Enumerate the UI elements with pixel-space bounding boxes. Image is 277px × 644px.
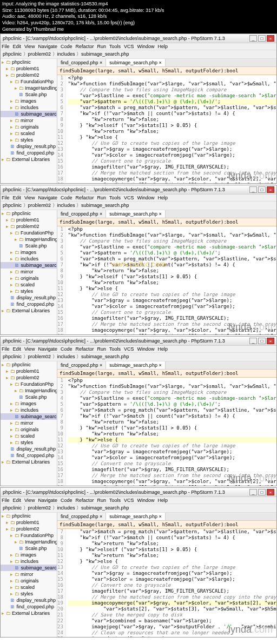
minimize-icon[interactable]: _: [249, 338, 257, 344]
tree-file[interactable]: 🗎 find_cropped.php: [1, 301, 57, 307]
code-line[interactable]: <?php: [68, 378, 276, 384]
menu-item[interactable]: Help: [158, 195, 168, 200]
code-line[interactable]: "var">$match = preg_match("var">$pattern…: [68, 407, 276, 413]
code-line[interactable]: "var">$lastline = exec("compare -metric …: [68, 395, 276, 401]
code-line[interactable]: <?php: [68, 226, 276, 232]
menu-item[interactable]: Code: [61, 195, 72, 200]
tree-file[interactable]: 🗎 subimage_search.php: [1, 565, 57, 571]
menu-item[interactable]: Navigate: [38, 498, 57, 503]
menu-item[interactable]: Refactor: [75, 44, 94, 49]
tree-folder[interactable]: ▸ 🗀 mirror: [1, 117, 57, 124]
tree-folder[interactable]: ▸ 🗀 originals: [1, 578, 57, 584]
tree-file[interactable]: 🗎 find_cropped.php: [1, 603, 57, 610]
maximize-icon[interactable]: □: [258, 338, 266, 344]
tree-folder[interactable]: ▸ 🗀 images: [1, 98, 57, 104]
menu-item[interactable]: Navigate: [38, 346, 57, 352]
title-bar[interactable]: phpclinic - [C:\xampp\htdocs\phpclinic] …: [1, 185, 276, 194]
tree-folder[interactable]: ▸ 🗀 problem01: [1, 368, 57, 374]
code-line[interactable]: // Save the merged copy to disk: [68, 612, 276, 618]
code-line[interactable]: "var">$stats[2], "var">$stats[3], "var">…: [68, 606, 276, 612]
tree-folder[interactable]: ▸ 🗀 scaled: [1, 130, 57, 137]
code-line[interactable]: "var">$stats[2], "var">$stats[3], "var">…: [68, 485, 276, 486]
code-line[interactable]: // Merge the matched section from the se…: [68, 594, 276, 600]
tree-folder[interactable]: ▸ 🗀 problem01: [1, 217, 57, 223]
tree-folder[interactable]: ▸ 🗀 scaled: [1, 281, 57, 288]
tree-folder[interactable]: ▸ 🗀 ImageHandling: [1, 236, 57, 243]
tree-folder[interactable]: ▸ 🗀 problem02: [1, 72, 57, 78]
menu-item[interactable]: Edit: [13, 195, 22, 200]
menu-item[interactable]: File: [2, 498, 10, 503]
menu-item[interactable]: Navigate: [38, 195, 57, 200]
code-line[interactable]: "kw">function findSubImage("var">$large,…: [68, 232, 276, 238]
code-line[interactable]: "kw">if (!"var">$match || count("var">$s…: [68, 111, 276, 117]
breadcrumb[interactable]: phpclinic 〉problem02 〉includes 〉subimage…: [1, 50, 276, 59]
menu-item[interactable]: Edit: [13, 44, 22, 49]
menu-item[interactable]: Run: [97, 44, 106, 49]
code-line[interactable]: imagecopymerge("var">$gray, "var">$color…: [68, 600, 276, 606]
code-line[interactable]: } "kw">else {: [68, 286, 276, 292]
code-line[interactable]: "var">$combined = basename("var">$large)…: [68, 618, 276, 624]
menu-item[interactable]: Code: [61, 44, 72, 49]
tree-folder[interactable]: ▸ 🗀 images: [1, 552, 57, 558]
code-line[interactable]: } "kw">elseif ("var">$stats[1] > 0.05) {: [68, 547, 276, 553]
tree-folder[interactable]: ▸ 🗀 scaled: [1, 584, 57, 591]
code-line[interactable]: "var">$gray = imagecreatefromjpeg("var">…: [68, 298, 276, 304]
menu-item[interactable]: Tools: [109, 195, 121, 200]
tree-folder[interactable]: ▸ 🗀 styles: [1, 439, 57, 446]
tree-file[interactable]: 🗎 subimage_search.php: [1, 413, 57, 420]
code-line[interactable]: } "kw">elseif ("var">$stats[1] > 0.05) {: [68, 425, 276, 431]
menu-item[interactable]: Run: [97, 498, 106, 503]
menu-item[interactable]: Window: [137, 346, 155, 352]
maximize-icon[interactable]: □: [258, 186, 266, 193]
code-line[interactable]: "var">$match = preg_match("var">$pattern…: [68, 529, 276, 535]
code-line[interactable]: // Use GD to create two copies of the la…: [68, 292, 276, 298]
code-line[interactable]: "var">$color = imagecreatefromjpeg("var"…: [68, 455, 276, 461]
code-line[interactable]: // Use GD to create two copies of the la…: [68, 140, 276, 146]
maximize-icon[interactable]: □: [258, 489, 266, 495]
menu-item[interactable]: Tools: [109, 346, 121, 352]
menu-item[interactable]: Refactor: [75, 195, 94, 200]
code-line[interactable]: "kw">function findSubImage("var">$large,…: [68, 81, 276, 87]
tree-folder[interactable]: ▸ 🗀 phpclinic: [1, 513, 57, 519]
menu-item[interactable]: Tools: [109, 498, 121, 503]
code-line[interactable]: "kw">return "kw">false;: [68, 553, 276, 559]
tree-file[interactable]: 🗎 display_result.php: [1, 597, 57, 603]
tree-file[interactable]: 🗎 Scale.php: [1, 91, 57, 98]
menu-item[interactable]: Help: [158, 44, 168, 49]
code-line[interactable]: "kw">return "kw">false;: [68, 117, 276, 123]
code-line[interactable]: "var">$gray = imagecreatefromjpeg("var">…: [68, 146, 276, 152]
tree-file[interactable]: 🗎 display_result.php: [1, 446, 57, 452]
title-bar[interactable]: phpclinic - [C:\xampp\htdocs\phpclinic] …: [1, 337, 276, 346]
menu-item[interactable]: Window: [137, 195, 155, 200]
tree-folder[interactable]: ▸ 🗀 originals: [1, 124, 57, 130]
editor-tab[interactable]: find_cropped.php ×: [57, 59, 106, 66]
code-line[interactable]: "kw">return "kw">false;: [68, 431, 276, 437]
breadcrumb[interactable]: phpclinic 〉problem02 〉includes 〉subimage…: [1, 353, 276, 361]
tree-folder[interactable]: ▸ 🗀 mirror: [1, 420, 57, 426]
minimize-icon[interactable]: _: [249, 35, 257, 42]
code-line[interactable]: // Convert one to grayscale: [68, 310, 276, 316]
code-line[interactable]: "var">$match = preg_match("var">$pattern…: [68, 256, 276, 262]
tree-folder[interactable]: ▸ 🗀 problem02: [1, 374, 57, 381]
code-line[interactable]: <?php: [68, 75, 276, 81]
tree-folder[interactable]: ▸ 🗀 FoundationPhp: [1, 78, 57, 85]
tree-file[interactable]: 🗎 Scale.php: [1, 545, 57, 552]
breadcrumb[interactable]: phpclinic 〉problem02 〉includes 〉subimage…: [1, 202, 276, 210]
project-tree[interactable]: ▸ 🗀 phpclinic▸ 🗀 problem01▸ 🗀 problem02▸…: [1, 361, 57, 486]
minimize-icon[interactable]: _: [249, 489, 257, 495]
title-bar[interactable]: phpclinic - [C:\xampp\htdocs\phpclinic] …: [1, 488, 276, 497]
code-line[interactable]: "kw">return "kw">false;: [68, 280, 276, 286]
title-bar[interactable]: phpclinic - [C:\xampp\htdocs\phpclinic] …: [1, 34, 276, 43]
project-tree[interactable]: ▸ 🗀 phpclinic▸ 🗀 problem01▸ 🗀 problem02▸…: [1, 513, 57, 637]
code-area[interactable]: 7891011121314151617181920212223242526272…: [57, 529, 276, 637]
tree-folder[interactable]: ▸ 🗀 phpclinic: [1, 361, 57, 368]
close-icon[interactable]: ×: [267, 35, 274, 42]
menu-item[interactable]: Refactor: [75, 498, 94, 503]
menu-item[interactable]: Navigate: [38, 44, 57, 49]
tree-file[interactable]: 🗎 Scale.php: [1, 394, 57, 400]
tree-folder[interactable]: ▸ 🗀 styles: [1, 288, 57, 294]
tree-folder[interactable]: ▸ 🗀 mirror: [1, 269, 57, 275]
menu-item[interactable]: Run: [97, 195, 106, 200]
tree-folder[interactable]: ▸ 🗀 includes: [1, 558, 57, 565]
code-line[interactable]: } "kw">else {: [68, 559, 276, 565]
